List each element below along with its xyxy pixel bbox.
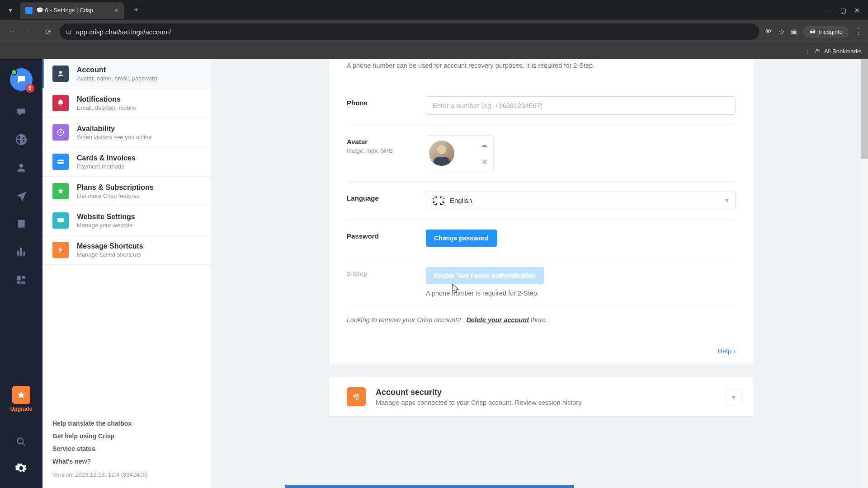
enable-2fa-button: Enable Two Factor Authentication	[426, 267, 544, 284]
sidebar-item-sub: Manage your website	[77, 222, 135, 229]
sidebar-item-cards[interactable]: Cards & InvoicesPayment methods	[42, 147, 211, 177]
campaigns-icon[interactable]	[14, 188, 28, 203]
sidebar-footer: Help translate the chatbox Get help usin…	[42, 412, 211, 488]
security-sub: Manage apps connected to your Crisp acco…	[376, 399, 583, 406]
helpdesk-icon[interactable]	[14, 216, 28, 231]
tab-title: 💬 6 - Settings | Crisp	[36, 7, 111, 14]
password-label: Password	[347, 230, 426, 240]
url-text: app.crisp.chat/settings/account/	[76, 28, 753, 36]
security-card[interactable]: Account security Manage apps connected t…	[329, 377, 754, 416]
sidebar-item-label: Notifications	[77, 95, 136, 103]
sidebar-item-account[interactable]: AccountAvatar, name, email, password	[42, 59, 211, 89]
window-controls: — ▢ ✕	[826, 7, 864, 14]
delete-prompt: Looking to remove your Crisp account?	[347, 316, 461, 324]
search-icon[interactable]	[14, 435, 28, 449]
address-input[interactable]: ⊟ app.crisp.chat/settings/account/	[60, 23, 759, 40]
incognito-label: Incognito	[819, 28, 843, 35]
sidebar-item-label: Availability	[77, 125, 151, 133]
sidebar-item-availability[interactable]: AvailabilityWhen visitors see you online	[42, 118, 211, 147]
fingerprint-icon	[347, 387, 366, 406]
language-row: Language English ▾	[347, 181, 736, 219]
twostep-note: A phone number is required for 2-Step.	[426, 290, 736, 297]
sidebar-item-label: Cards & Invoices	[77, 154, 136, 162]
minimize-icon[interactable]: —	[826, 7, 832, 14]
upgrade-label: Upgrade	[10, 406, 33, 412]
avatar-row: Avatar Image, max. 5MB ☁ ✕	[347, 125, 736, 181]
browser-tab-active[interactable]: 💬 6 - Settings | Crisp ×	[20, 2, 124, 19]
reload-button[interactable]: ⟳	[42, 25, 54, 38]
sidebar-item-sub: Manage saved shortcuts	[77, 251, 143, 258]
phone-description: A phone number can be used for account r…	[329, 59, 754, 77]
help-link[interactable]: Get help using Crisp	[52, 430, 201, 442]
help-label: Help	[717, 347, 731, 355]
visitors-icon[interactable]	[14, 132, 28, 147]
plugins-icon[interactable]	[14, 272, 28, 287]
star-icon	[12, 386, 30, 404]
twostep-label: 2-Step	[347, 267, 426, 277]
incognito-indicator[interactable]: 🕶 Incognito	[803, 26, 849, 38]
avatar-image	[429, 141, 454, 166]
delete-account-row: Looking to remove your Crisp account? De…	[347, 307, 736, 327]
phone-input[interactable]	[426, 96, 736, 115]
svg-rect-4	[57, 218, 64, 222]
bookmark-star-icon[interactable]: ☆	[778, 28, 784, 36]
sidebar-item-shortcuts[interactable]: Message ShortcutsManage saved shortcuts	[42, 235, 211, 265]
contacts-icon[interactable]	[14, 160, 28, 175]
version-text: Version: 2023.12.18, 12:4 (8342400)	[52, 471, 201, 478]
user-icon	[52, 66, 69, 82]
sidebar-item-sub: Avatar, name, email, password	[77, 75, 157, 82]
back-button[interactable]: ←	[5, 25, 18, 38]
close-window-icon[interactable]: ✕	[854, 7, 860, 14]
scrollbar-thumb[interactable]	[861, 59, 868, 159]
sidebar-item-label: Plans & Subscriptions	[77, 183, 154, 192]
expand-toggle[interactable]: ▾	[726, 389, 742, 405]
whatsnew-link[interactable]: What's new?	[52, 455, 201, 468]
flag-uk-icon	[433, 197, 444, 205]
nav-rail: 6 Upgrade	[0, 59, 42, 488]
inbox-icon[interactable]	[14, 104, 28, 119]
monitor-icon	[52, 212, 69, 229]
avatar-label-text: Avatar	[347, 138, 368, 145]
tab-list-dropdown[interactable]: ▾	[4, 4, 17, 17]
phone-row: Phone	[347, 86, 736, 125]
sidebar-item-website[interactable]: Website SettingsManage your website	[42, 206, 211, 235]
new-tab-button[interactable]: +	[129, 5, 143, 15]
delete-account-link[interactable]: Delete your account	[466, 316, 529, 324]
language-label: Language	[347, 192, 426, 202]
upload-icon[interactable]: ☁	[478, 138, 491, 151]
settings-gear-icon[interactable]	[14, 461, 28, 475]
eye-off-icon[interactable]: 👁	[764, 28, 772, 36]
help-link[interactable]: Help ›	[717, 347, 736, 355]
clock-icon	[52, 124, 69, 141]
twostep-row: 2-Step Enable Two Factor Authentication …	[347, 257, 736, 307]
site-info-icon[interactable]: ⊟	[66, 28, 71, 35]
sidebar-item-notifications[interactable]: NotificationsEmail, desktop, mobile	[42, 89, 211, 118]
sidebar-item-label: Account	[77, 66, 157, 74]
language-select[interactable]: English ▾	[426, 192, 736, 209]
sidebar-item-sub: Email, desktop, mobile	[77, 104, 136, 111]
upgrade-button[interactable]: Upgrade	[10, 386, 33, 412]
bell-icon	[52, 95, 69, 111]
side-panel-icon[interactable]: ▣	[791, 28, 797, 36]
analytics-icon[interactable]	[14, 244, 28, 259]
sidebar-item-sub: When visitors see you online	[77, 134, 151, 141]
change-password-button[interactable]: Change password	[426, 230, 497, 247]
status-link[interactable]: Service status	[52, 442, 201, 455]
sidebar-item-label: Website Settings	[77, 213, 135, 221]
sidebar-item-plans[interactable]: Plans & SubscriptionsGet more Crisp feat…	[42, 177, 211, 206]
chevron-down-icon: ▾	[725, 196, 729, 205]
folder-icon: 🗀	[815, 48, 821, 55]
browser-address-bar: ← → ⟳ ⊟ app.crisp.chat/settings/account/…	[0, 20, 868, 43]
password-row: Password Change password	[347, 219, 736, 257]
scrollbar[interactable]	[861, 59, 868, 488]
tab-close-icon[interactable]: ×	[114, 6, 118, 14]
maximize-icon[interactable]: ▢	[840, 7, 846, 14]
forward-button[interactable]: →	[24, 25, 36, 38]
browser-menu-icon[interactable]: ⋮	[854, 27, 863, 37]
all-bookmarks-link[interactable]: All Bookmarks	[824, 48, 862, 55]
avatar-uploader: ☁ ✕	[426, 135, 494, 171]
browser-tab-bar: ▾ 💬 6 - Settings | Crisp × + — ▢ ✕	[0, 0, 868, 20]
crisp-logo[interactable]: 6	[10, 68, 33, 91]
translate-link[interactable]: Help translate the chatbox	[52, 417, 201, 430]
remove-avatar-icon[interactable]: ✕	[478, 155, 491, 168]
